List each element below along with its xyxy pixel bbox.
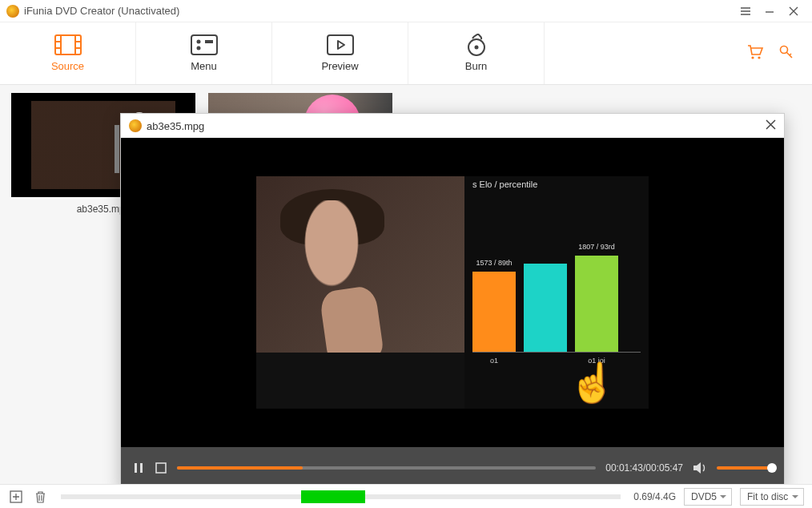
video-frame-chart: s Elo / percentile 1573 / 89tho11807 / 9… (464, 176, 649, 409)
main-toolbar: Source Menu Preview Burn (0, 22, 812, 85)
disc-usage-bar (61, 494, 621, 499)
tab-preview[interactable]: Preview (272, 22, 408, 84)
svg-point-3 (196, 46, 200, 50)
status-bar: 0.69/4.4G DVD5 Fit to disc (0, 484, 812, 508)
video-canvas: s Elo / percentile 1573 / 89tho11807 / 9… (121, 138, 784, 447)
tab-source[interactable]: Source (0, 22, 136, 84)
disc-usage-text: 0.69/4.4G (633, 491, 676, 502)
svg-point-2 (196, 40, 200, 44)
minimize-button[interactable] (758, 6, 782, 17)
disc-type-value: DVD5 (691, 491, 717, 502)
window-titlebar: iFunia DVD Creator (Unactivated) (0, 0, 812, 22)
tab-burn-label: Burn (465, 60, 487, 72)
tab-menu-label: Menu (191, 60, 217, 72)
close-button[interactable] (782, 6, 806, 17)
tab-preview-label: Preview (321, 60, 358, 72)
tab-menu[interactable]: Menu (136, 22, 272, 84)
key-activate-button[interactable] (778, 44, 794, 62)
video-frame-left (256, 176, 464, 409)
svg-rect-4 (205, 40, 213, 43)
preview-titlebar[interactable]: ab3e35.mpg (121, 114, 784, 138)
svg-rect-1 (191, 35, 217, 54)
svg-rect-11 (156, 463, 166, 473)
fit-mode-value: Fit to disc (747, 491, 788, 502)
player-controls: 00:01:43/00:05:47 (121, 447, 784, 489)
preview-title: ab3e35.mpg (147, 120, 766, 132)
menu-template-icon (191, 34, 218, 55)
volume-slider[interactable] (717, 466, 773, 470)
hamburger-menu-button[interactable] (734, 6, 758, 17)
workspace: ab3e35.mpg ab3e35.mpg s Elo / percentile (0, 85, 812, 484)
burn-disc-icon (463, 34, 490, 55)
disc-type-select[interactable]: DVD5 (684, 488, 732, 506)
cart-button[interactable] (746, 44, 764, 62)
tab-burn[interactable]: Burn (408, 22, 545, 84)
svg-point-7 (474, 46, 478, 50)
add-file-button[interactable] (8, 489, 24, 505)
preview-close-button[interactable] (766, 119, 776, 132)
time-display: 00:01:43/00:05:47 (605, 462, 683, 474)
svg-point-9 (758, 56, 760, 58)
tab-source-label: Source (51, 60, 84, 72)
window-title: iFunia DVD Creator (Unactivated) (24, 5, 179, 17)
film-icon (54, 34, 82, 55)
pause-button[interactable] (132, 462, 145, 474)
svg-point-8 (751, 56, 754, 58)
play-preview-icon (327, 34, 354, 55)
preview-window: ab3e35.mpg s Elo / percentile 1573 / 89t… (120, 113, 785, 490)
svg-rect-0 (55, 35, 81, 54)
seek-bar[interactable] (177, 466, 596, 470)
stop-button[interactable] (155, 462, 167, 474)
pointing-hand-icon: ☝️ (569, 360, 617, 405)
volume-icon[interactable] (693, 462, 707, 474)
app-logo-icon (6, 5, 19, 18)
delete-button[interactable] (32, 489, 48, 505)
chart-title: s Elo / percentile (472, 179, 537, 189)
app-logo-icon (129, 119, 142, 132)
fit-mode-select[interactable]: Fit to disc (740, 488, 804, 506)
svg-rect-5 (328, 35, 353, 54)
